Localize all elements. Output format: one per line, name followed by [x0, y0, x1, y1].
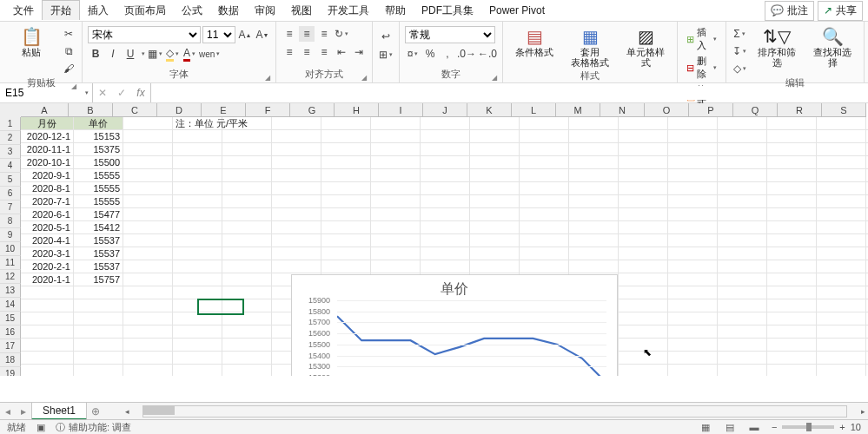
cell-N20[interactable] — [668, 365, 718, 376]
cell-B16[interactable] — [74, 312, 123, 326]
bold-button[interactable]: B — [88, 46, 103, 62]
cell-H8[interactable] — [371, 208, 421, 221]
cell-N16[interactable] — [668, 312, 718, 326]
row-head-5[interactable]: 5 — [0, 173, 21, 187]
cell-L8[interactable] — [569, 208, 619, 221]
cell-C14[interactable] — [123, 286, 173, 299]
cell-B13[interactable]: 15757 — [74, 273, 123, 286]
cell-P19[interactable] — [767, 352, 817, 365]
cell-A12[interactable]: 2020-2-1 — [21, 260, 74, 273]
cell-G3[interactable] — [321, 143, 371, 156]
cell-I9[interactable] — [421, 221, 470, 234]
cell-D8[interactable] — [173, 208, 222, 221]
cell-M19[interactable] — [619, 352, 668, 365]
cell-C8[interactable] — [123, 208, 173, 221]
cell-Q7[interactable] — [817, 195, 866, 208]
cell-B6[interactable]: 15555 — [74, 182, 123, 195]
cell-D6[interactable] — [173, 182, 222, 195]
menu-审阅[interactable]: 审阅 — [247, 1, 283, 20]
cell-Q1[interactable] — [817, 117, 866, 130]
decrease-decimal-button[interactable]: ←.0 — [478, 46, 497, 62]
cell-P13[interactable] — [767, 273, 817, 286]
cell-D9[interactable] — [173, 221, 222, 234]
cell-P5[interactable] — [767, 169, 817, 182]
cell-N3[interactable] — [668, 143, 718, 156]
cell-C9[interactable] — [123, 221, 173, 234]
row-head-7[interactable]: 7 — [0, 201, 21, 214]
cell-L12[interactable] — [569, 260, 619, 273]
sheet-tab-1[interactable]: Sheet1 — [31, 403, 87, 420]
cell-J6[interactable] — [470, 182, 520, 195]
cell-N12[interactable] — [668, 260, 718, 273]
cell-M15[interactable] — [619, 299, 668, 312]
cell-K8[interactable] — [520, 208, 569, 221]
cell-N2[interactable] — [668, 130, 718, 143]
row-head-18[interactable]: 18 — [0, 353, 21, 367]
row-head-9[interactable]: 9 — [0, 228, 21, 242]
cell-D18[interactable] — [173, 339, 222, 352]
clipboard-launcher[interactable]: ◢ — [71, 82, 76, 90]
cell-G1[interactable] — [321, 117, 371, 130]
cell-F11[interactable] — [272, 247, 321, 260]
cell-P12[interactable] — [767, 260, 817, 273]
cell-H6[interactable] — [371, 182, 421, 195]
cell-B7[interactable]: 15555 — [74, 195, 123, 208]
cell-C16[interactable] — [123, 312, 173, 326]
cell-E19[interactable] — [222, 352, 272, 365]
font-name-select[interactable]: 宋体 — [88, 26, 201, 43]
cell-Q16[interactable] — [817, 312, 866, 326]
insert-cells-button[interactable]: ⊞插入▾ — [683, 25, 720, 53]
cell-H3[interactable] — [371, 143, 421, 156]
cell-P18[interactable] — [767, 339, 817, 352]
cell-E8[interactable] — [222, 208, 272, 221]
col-head-M[interactable]: M — [556, 103, 600, 117]
cell-N15[interactable] — [668, 299, 718, 312]
cancel-formula-button[interactable]: ✕ — [93, 83, 112, 102]
cell-B2[interactable]: 15153 — [74, 130, 123, 143]
row-head-16[interactable]: 16 — [0, 326, 21, 339]
cell-A19[interactable] — [21, 352, 74, 365]
cell-L2[interactable] — [569, 130, 619, 143]
cell-A3[interactable]: 2020-11-1 — [21, 143, 74, 156]
cell-F9[interactable] — [272, 221, 321, 234]
row-head-3[interactable]: 3 — [0, 145, 21, 159]
cell-H7[interactable] — [371, 195, 421, 208]
cell-A1[interactable]: 月份 — [21, 117, 74, 130]
cell-P7[interactable] — [767, 195, 817, 208]
cell-Q17[interactable] — [817, 326, 866, 339]
conditional-format-button[interactable]: ▤条件格式 — [508, 26, 560, 59]
find-select-button[interactable]: 🔍查找和选择 — [806, 26, 858, 69]
cell-M20[interactable] — [619, 365, 668, 376]
cell-P1[interactable] — [767, 117, 817, 130]
cell-O5[interactable] — [718, 169, 767, 182]
decrease-font-button[interactable]: A▼ — [255, 27, 270, 43]
cell-M12[interactable] — [619, 260, 668, 273]
cell-P17[interactable] — [767, 326, 817, 339]
row-head-19[interactable]: 19 — [0, 367, 21, 376]
cell-B8[interactable]: 15477 — [74, 208, 123, 221]
cell-B19[interactable] — [74, 352, 123, 365]
cell-N10[interactable] — [668, 234, 718, 247]
cell-D3[interactable] — [173, 143, 222, 156]
table-format-button[interactable]: ▦套用 表格格式 — [564, 26, 616, 69]
cell-G10[interactable] — [321, 234, 371, 247]
cell-P10[interactable] — [767, 234, 817, 247]
cell-K9[interactable] — [520, 221, 569, 234]
cell-E9[interactable] — [222, 221, 272, 234]
wrap-text-button[interactable]: ↩ — [378, 29, 394, 44]
cell-K4[interactable] — [520, 156, 569, 169]
cell-I11[interactable] — [421, 247, 470, 260]
cell-B5[interactable]: 15555 — [74, 169, 123, 182]
cell-I10[interactable] — [421, 234, 470, 247]
cell-I6[interactable] — [421, 182, 470, 195]
cell-J8[interactable] — [470, 208, 520, 221]
cell-A6[interactable]: 2020-8-1 — [21, 182, 74, 195]
col-head-J[interactable]: J — [423, 103, 467, 117]
cell-Q14[interactable] — [817, 286, 866, 299]
cell-C4[interactable] — [123, 156, 173, 169]
cell-M10[interactable] — [619, 234, 668, 247]
cell-N18[interactable] — [668, 339, 718, 352]
cell-F5[interactable] — [272, 169, 321, 182]
cell-E6[interactable] — [222, 182, 272, 195]
cell-E18[interactable] — [222, 339, 272, 352]
